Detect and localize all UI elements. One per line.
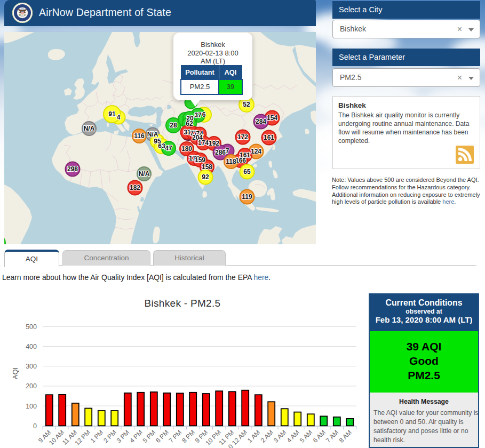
svg-text:10 AM: 10 AM <box>47 429 66 447</box>
svg-text:2 AM: 2 AM <box>259 429 275 444</box>
svg-text:118: 118 <box>226 158 236 165</box>
svg-text:62: 62 <box>186 120 193 127</box>
svg-text:4 PM: 4 PM <box>128 429 144 445</box>
svg-text:0: 0 <box>33 422 37 430</box>
svg-text:116: 116 <box>134 132 145 140</box>
svg-text:286: 286 <box>215 149 226 156</box>
svg-text:100: 100 <box>26 403 37 410</box>
svg-text:284: 284 <box>256 118 266 125</box>
svg-text:200: 200 <box>26 382 37 390</box>
svg-text:4: 4 <box>117 114 121 121</box>
svg-text:180: 180 <box>181 145 192 153</box>
svg-text:37: 37 <box>194 111 202 119</box>
svg-text:159: 159 <box>195 156 205 164</box>
svg-text:N/A: N/A <box>147 131 158 138</box>
svg-text:8 PM: 8 PM <box>180 429 196 445</box>
svg-text:12 PM: 12 PM <box>73 429 91 447</box>
svg-text:166: 166 <box>235 157 246 164</box>
svg-text:28: 28 <box>170 122 177 129</box>
svg-text:3 AM: 3 AM <box>272 429 288 444</box>
svg-text:2 PM: 2 PM <box>102 429 118 445</box>
svg-text:5 PM: 5 PM <box>141 429 157 445</box>
svg-text:47: 47 <box>165 145 172 152</box>
svg-text:182: 182 <box>130 184 140 191</box>
svg-text:1 PM: 1 PM <box>89 429 105 445</box>
svg-text:3 PM: 3 PM <box>115 429 131 445</box>
svg-text:N/A: N/A <box>84 125 95 132</box>
svg-text:7: 7 <box>226 147 229 155</box>
svg-text:AQI: AQI <box>11 367 19 379</box>
svg-text:N/A: N/A <box>139 170 150 178</box>
svg-text:Bishkek - PM2.5: Bishkek - PM2.5 <box>145 298 221 309</box>
svg-text:172: 172 <box>237 133 248 141</box>
svg-text:7 AM: 7 AM <box>324 429 340 444</box>
svg-text:500: 500 <box>26 323 37 331</box>
svg-text:161: 161 <box>264 134 274 141</box>
svg-text:92: 92 <box>202 173 209 181</box>
svg-text:7 PM: 7 PM <box>168 429 184 445</box>
svg-text:65: 65 <box>243 168 251 175</box>
svg-text:154: 154 <box>267 114 277 122</box>
svg-text:192: 192 <box>209 140 219 147</box>
svg-text:5 AM: 5 AM <box>298 429 314 444</box>
svg-text:400: 400 <box>26 343 37 350</box>
svg-text:119: 119 <box>242 193 252 201</box>
svg-text:158: 158 <box>202 163 212 171</box>
svg-text:8 AM: 8 AM <box>338 429 353 444</box>
svg-text:91: 91 <box>108 110 116 118</box>
svg-text:298: 298 <box>67 165 78 173</box>
svg-text:300: 300 <box>26 363 37 370</box>
svg-text:6 PM: 6 PM <box>154 429 170 445</box>
svg-text:63: 63 <box>158 142 165 150</box>
svg-text:6: 6 <box>202 111 206 118</box>
svg-text:4 AM: 4 AM <box>285 429 301 444</box>
svg-text:124: 124 <box>251 148 261 155</box>
svg-text:1 AM: 1 AM <box>246 429 261 444</box>
svg-text:6 AM: 6 AM <box>312 429 327 444</box>
svg-text:52: 52 <box>243 101 250 108</box>
svg-text:174: 174 <box>198 139 209 147</box>
